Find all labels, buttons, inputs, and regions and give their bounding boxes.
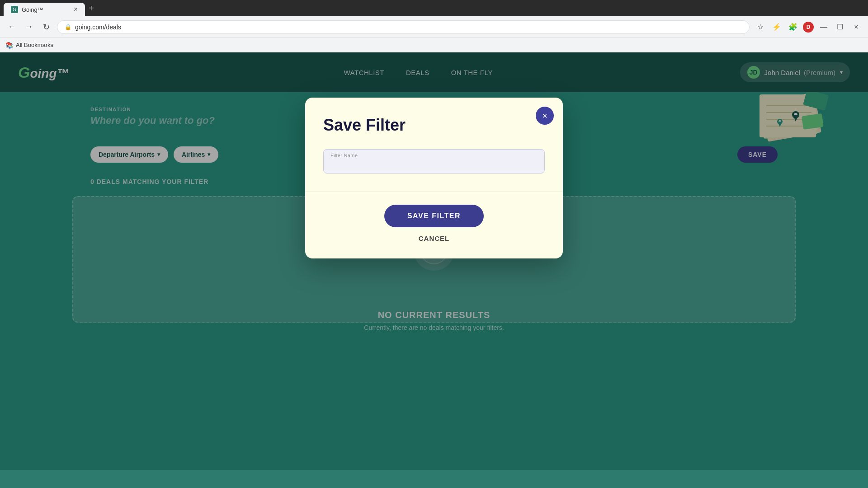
modal-close-button[interactable]: × (536, 107, 554, 125)
modal-overlay[interactable]: × Save Filter Filter Name SAVE FILTER CA… (0, 52, 868, 470)
extensions-icon[interactable]: 🧩 (787, 21, 799, 33)
cancel-button[interactable]: CANCEL (323, 235, 545, 242)
filter-name-label: Filter Name (330, 153, 358, 158)
tab-favicon: G (11, 6, 18, 13)
extension-icon[interactable]: ⚡ (770, 21, 783, 33)
tab-close-icon[interactable]: × (74, 5, 78, 14)
browser-tab[interactable]: G Going™ × (4, 3, 85, 16)
lock-icon: 🔒 (65, 24, 71, 30)
star-icon[interactable]: ☆ (754, 21, 767, 33)
close-window-button[interactable]: × (850, 21, 863, 33)
url-text: going.com/deals (75, 23, 121, 31)
new-tab-button[interactable]: + (85, 3, 98, 14)
minimize-button[interactable]: — (817, 21, 830, 33)
website: Going™ WATCHLIST DEALS ON THE FLY JD Joh… (0, 52, 868, 470)
save-filter-modal: × Save Filter Filter Name SAVE FILTER CA… (305, 98, 563, 258)
bookmarks-icon: 📚 (5, 42, 13, 49)
browser-toolbar-icons: ☆ ⚡ 🧩 D — ☐ × (754, 21, 863, 33)
tab-bar: G Going™ × + (0, 0, 868, 16)
nav-back-button[interactable]: ← (5, 21, 18, 33)
nav-refresh-button[interactable]: ↻ (40, 21, 52, 33)
profile-avatar[interactable]: D (803, 22, 814, 33)
nav-forward-button[interactable]: → (23, 21, 35, 33)
modal-title: Save Filter (323, 116, 545, 135)
maximize-button[interactable]: ☐ (834, 21, 846, 33)
close-icon: × (542, 111, 547, 121)
tab-title: Going™ (22, 6, 43, 13)
address-bar-row: ← → ↻ 🔒 going.com/deals ☆ ⚡ 🧩 D — ☐ × (0, 16, 868, 38)
address-input[interactable]: 🔒 going.com/deals (57, 20, 750, 34)
bookmarks-bar: 📚 All Bookmarks (0, 38, 868, 52)
save-filter-button[interactable]: SAVE FILTER (384, 205, 484, 227)
bookmarks-label: All Bookmarks (16, 42, 53, 48)
filter-name-field-wrapper: Filter Name (323, 149, 545, 184)
modal-divider (305, 192, 563, 192)
